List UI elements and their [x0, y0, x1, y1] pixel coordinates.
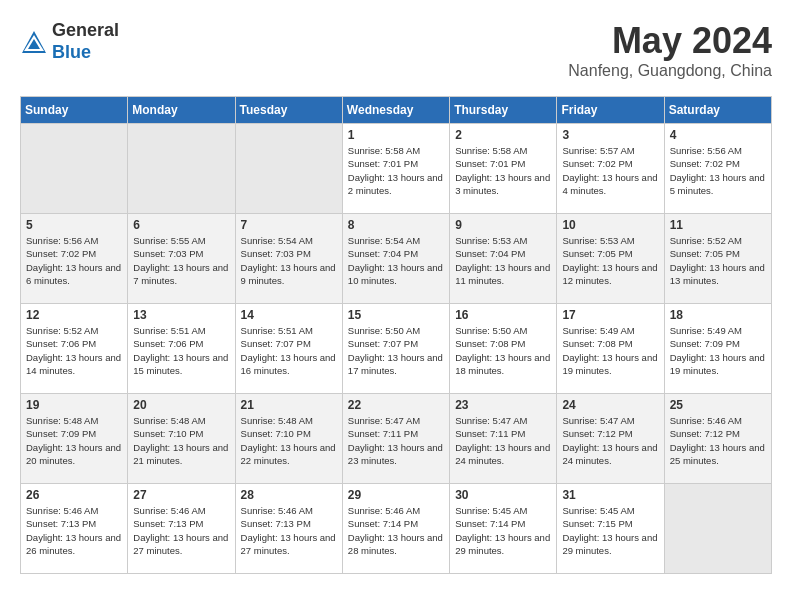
day-header-monday: Monday: [128, 97, 235, 124]
cell-sunrise: Sunrise: 5:56 AM: [670, 145, 742, 156]
cell-sunrise: Sunrise: 5:52 AM: [670, 235, 742, 246]
cell-sunrise: Sunrise: 5:50 AM: [455, 325, 527, 336]
cell-sunset: Sunset: 7:15 PM: [562, 518, 632, 529]
cell-daylight: Daylight: 13 hours and 4 minutes.: [562, 172, 657, 196]
cell-daylight: Daylight: 13 hours and 19 minutes.: [562, 352, 657, 376]
cell-daylight: Daylight: 13 hours and 20 minutes.: [26, 442, 121, 466]
day-number: 13: [133, 308, 229, 322]
calendar-cell: 5Sunrise: 5:56 AMSunset: 7:02 PMDaylight…: [21, 214, 128, 304]
title-block: May 2024 Nanfeng, Guangdong, China: [568, 20, 772, 80]
cell-sunset: Sunset: 7:04 PM: [348, 248, 418, 259]
cell-sunset: Sunset: 7:02 PM: [26, 248, 96, 259]
cell-sunset: Sunset: 7:03 PM: [133, 248, 203, 259]
cell-daylight: Daylight: 13 hours and 9 minutes.: [241, 262, 336, 286]
cell-sunset: Sunset: 7:14 PM: [455, 518, 525, 529]
cell-daylight: Daylight: 13 hours and 18 minutes.: [455, 352, 550, 376]
cell-sunset: Sunset: 7:10 PM: [133, 428, 203, 439]
cell-sunrise: Sunrise: 5:55 AM: [133, 235, 205, 246]
calendar-cell: 12Sunrise: 5:52 AMSunset: 7:06 PMDayligh…: [21, 304, 128, 394]
cell-daylight: Daylight: 13 hours and 19 minutes.: [670, 352, 765, 376]
calendar-cell: 24Sunrise: 5:47 AMSunset: 7:12 PMDayligh…: [557, 394, 664, 484]
cell-daylight: Daylight: 13 hours and 13 minutes.: [670, 262, 765, 286]
calendar-cell: 25Sunrise: 5:46 AMSunset: 7:12 PMDayligh…: [664, 394, 771, 484]
cell-daylight: Daylight: 13 hours and 6 minutes.: [26, 262, 121, 286]
logo: General Blue: [20, 20, 119, 63]
cell-daylight: Daylight: 13 hours and 21 minutes.: [133, 442, 228, 466]
cell-sunrise: Sunrise: 5:58 AM: [455, 145, 527, 156]
calendar-cell: 17Sunrise: 5:49 AMSunset: 7:08 PMDayligh…: [557, 304, 664, 394]
cell-sunset: Sunset: 7:02 PM: [670, 158, 740, 169]
cell-sunset: Sunset: 7:09 PM: [26, 428, 96, 439]
calendar-cell: 2Sunrise: 5:58 AMSunset: 7:01 PMDaylight…: [450, 124, 557, 214]
day-number: 2: [455, 128, 551, 142]
day-header-thursday: Thursday: [450, 97, 557, 124]
cell-sunrise: Sunrise: 5:53 AM: [455, 235, 527, 246]
cell-daylight: Daylight: 13 hours and 28 minutes.: [348, 532, 443, 556]
day-number: 17: [562, 308, 658, 322]
day-number: 16: [455, 308, 551, 322]
calendar-cell: [21, 124, 128, 214]
day-number: 19: [26, 398, 122, 412]
day-number: 23: [455, 398, 551, 412]
day-number: 29: [348, 488, 444, 502]
day-number: 11: [670, 218, 766, 232]
calendar-cell: [664, 484, 771, 574]
cell-sunrise: Sunrise: 5:54 AM: [241, 235, 313, 246]
cell-sunrise: Sunrise: 5:45 AM: [562, 505, 634, 516]
cell-sunrise: Sunrise: 5:50 AM: [348, 325, 420, 336]
day-number: 28: [241, 488, 337, 502]
day-number: 10: [562, 218, 658, 232]
cell-sunset: Sunset: 7:01 PM: [455, 158, 525, 169]
day-header-saturday: Saturday: [664, 97, 771, 124]
cell-sunrise: Sunrise: 5:48 AM: [26, 415, 98, 426]
calendar-cell: 10Sunrise: 5:53 AMSunset: 7:05 PMDayligh…: [557, 214, 664, 304]
cell-sunrise: Sunrise: 5:56 AM: [26, 235, 98, 246]
day-number: 18: [670, 308, 766, 322]
day-number: 24: [562, 398, 658, 412]
calendar-cell: 1Sunrise: 5:58 AMSunset: 7:01 PMDaylight…: [342, 124, 449, 214]
cell-sunset: Sunset: 7:07 PM: [348, 338, 418, 349]
cell-sunrise: Sunrise: 5:47 AM: [348, 415, 420, 426]
cell-sunrise: Sunrise: 5:47 AM: [455, 415, 527, 426]
cell-sunrise: Sunrise: 5:46 AM: [348, 505, 420, 516]
day-number: 8: [348, 218, 444, 232]
cell-daylight: Daylight: 13 hours and 3 minutes.: [455, 172, 550, 196]
cell-sunrise: Sunrise: 5:57 AM: [562, 145, 634, 156]
day-number: 3: [562, 128, 658, 142]
cell-sunset: Sunset: 7:12 PM: [562, 428, 632, 439]
day-number: 25: [670, 398, 766, 412]
cell-sunrise: Sunrise: 5:48 AM: [133, 415, 205, 426]
cell-sunrise: Sunrise: 5:48 AM: [241, 415, 313, 426]
day-header-sunday: Sunday: [21, 97, 128, 124]
cell-daylight: Daylight: 13 hours and 26 minutes.: [26, 532, 121, 556]
cell-sunrise: Sunrise: 5:54 AM: [348, 235, 420, 246]
cell-sunrise: Sunrise: 5:46 AM: [241, 505, 313, 516]
cell-daylight: Daylight: 13 hours and 16 minutes.: [241, 352, 336, 376]
cell-sunrise: Sunrise: 5:49 AM: [670, 325, 742, 336]
calendar-week-3: 12Sunrise: 5:52 AMSunset: 7:06 PMDayligh…: [21, 304, 772, 394]
calendar-week-1: 1Sunrise: 5:58 AMSunset: 7:01 PMDaylight…: [21, 124, 772, 214]
calendar-cell: 26Sunrise: 5:46 AMSunset: 7:13 PMDayligh…: [21, 484, 128, 574]
cell-daylight: Daylight: 13 hours and 14 minutes.: [26, 352, 121, 376]
cell-sunset: Sunset: 7:06 PM: [133, 338, 203, 349]
calendar-cell: 20Sunrise: 5:48 AMSunset: 7:10 PMDayligh…: [128, 394, 235, 484]
day-number: 30: [455, 488, 551, 502]
calendar-cell: 4Sunrise: 5:56 AMSunset: 7:02 PMDaylight…: [664, 124, 771, 214]
calendar-cell: 22Sunrise: 5:47 AMSunset: 7:11 PMDayligh…: [342, 394, 449, 484]
cell-sunset: Sunset: 7:10 PM: [241, 428, 311, 439]
cell-daylight: Daylight: 13 hours and 23 minutes.: [348, 442, 443, 466]
cell-daylight: Daylight: 13 hours and 29 minutes.: [455, 532, 550, 556]
day-number: 27: [133, 488, 229, 502]
cell-sunset: Sunset: 7:08 PM: [562, 338, 632, 349]
cell-sunset: Sunset: 7:03 PM: [241, 248, 311, 259]
cell-sunset: Sunset: 7:01 PM: [348, 158, 418, 169]
cell-sunset: Sunset: 7:06 PM: [26, 338, 96, 349]
logo-text: General Blue: [52, 20, 119, 63]
cell-sunrise: Sunrise: 5:47 AM: [562, 415, 634, 426]
calendar-cell: [235, 124, 342, 214]
calendar-cell: 16Sunrise: 5:50 AMSunset: 7:08 PMDayligh…: [450, 304, 557, 394]
cell-sunset: Sunset: 7:13 PM: [241, 518, 311, 529]
calendar-cell: 8Sunrise: 5:54 AMSunset: 7:04 PMDaylight…: [342, 214, 449, 304]
cell-sunset: Sunset: 7:07 PM: [241, 338, 311, 349]
cell-daylight: Daylight: 13 hours and 27 minutes.: [133, 532, 228, 556]
